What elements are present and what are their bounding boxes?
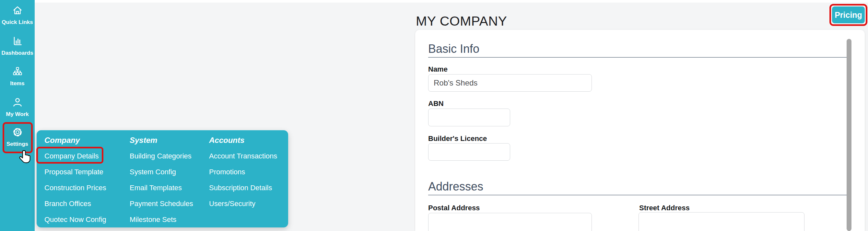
street-address-input[interactable] <box>639 212 804 231</box>
page-title: MY COMPANY <box>416 13 507 29</box>
name-label: Name <box>428 65 447 74</box>
flyout-column-system: System Building Categories System Config… <box>130 135 193 225</box>
sidebar-item-label: Dashboards <box>1 50 33 56</box>
pricing-button[interactable]: Pricing <box>832 6 865 23</box>
sidebar-item-settings[interactable]: Settings <box>0 127 35 147</box>
sidebar-item-quick-links[interactable]: Quick Links <box>0 5 35 26</box>
menu-item-users-security[interactable]: Users/Security <box>209 199 277 209</box>
street-address-label: Street Address <box>639 203 690 212</box>
sidebar-item-label: Settings <box>6 141 28 147</box>
sidebar-item-label: Quick Links <box>2 19 33 26</box>
basic-info-title: Basic Info <box>428 42 847 56</box>
home-icon <box>12 5 23 16</box>
abn-input[interactable] <box>428 108 510 126</box>
postal-address-label: Postal Address <box>428 203 480 212</box>
sidebar-item-label: Items <box>10 80 24 87</box>
sidebar-item-my-work[interactable]: My Work <box>0 97 35 118</box>
bar-chart-icon <box>12 36 23 47</box>
flyout-column-accounts: Accounts Account Transactions Promotions… <box>209 135 277 209</box>
menu-item-proposal-template[interactable]: Proposal Template <box>44 167 106 177</box>
settings-flyout-menu: Company Company Details Proposal Templat… <box>37 130 288 227</box>
sidebar-item-label: My Work <box>6 111 29 118</box>
menu-item-system-config[interactable]: System Config <box>130 167 193 177</box>
person-icon <box>12 97 23 108</box>
flyout-column-company: Company Company Details Proposal Templat… <box>44 135 106 225</box>
menu-item-branch-offices[interactable]: Branch Offices <box>44 199 106 209</box>
postal-address-input[interactable] <box>428 213 592 231</box>
addresses-title: Addresses <box>428 180 847 193</box>
builders-licence-label: Builder's Licence <box>428 134 487 143</box>
top-strip <box>0 0 868 3</box>
menu-item-promotions[interactable]: Promotions <box>209 167 277 177</box>
menu-item-quotec-now-config[interactable]: Quotec Now Config <box>44 215 106 225</box>
sidebar-item-dashboards[interactable]: Dashboards <box>0 36 35 56</box>
name-input[interactable] <box>428 74 592 92</box>
menu-item-subscription-details[interactable]: Subscription Details <box>209 183 277 193</box>
my-company-card: Basic Info Name ABN Builder's Licence Ad… <box>415 30 865 231</box>
basic-info-section-heading: Basic Info <box>428 42 847 58</box>
addresses-section-heading: Addresses <box>428 180 847 195</box>
flyout-header-system: System <box>130 135 193 145</box>
menu-item-construction-prices[interactable]: Construction Prices <box>44 183 106 193</box>
menu-item-email-templates[interactable]: Email Templates <box>130 183 193 193</box>
flyout-header-accounts: Accounts <box>209 135 277 145</box>
menu-item-milestone-sets[interactable]: Milestone Sets <box>130 215 193 225</box>
menu-item-account-transactions[interactable]: Account Transactions <box>209 151 277 161</box>
app-root: MY COMPANY Pricing Basic Info Name ABN B… <box>0 0 868 231</box>
builders-licence-input[interactable] <box>428 143 510 161</box>
vertical-scrollbar-thumb[interactable] <box>847 39 851 231</box>
pricing-highlight-box: Pricing <box>830 4 867 26</box>
sidebar: Quick Links Dashboards Items <box>0 0 35 231</box>
menu-item-payment-schedules[interactable]: Payment Schedules <box>130 199 193 209</box>
menu-item-building-categories[interactable]: Building Categories <box>130 151 193 161</box>
sidebar-item-items[interactable]: Items <box>0 66 35 87</box>
gear-icon <box>12 127 23 138</box>
menu-item-company-details[interactable]: Company Details <box>44 151 106 161</box>
sitemap-icon <box>12 66 23 77</box>
flyout-header-company: Company <box>44 135 106 145</box>
abn-label: ABN <box>428 99 444 108</box>
